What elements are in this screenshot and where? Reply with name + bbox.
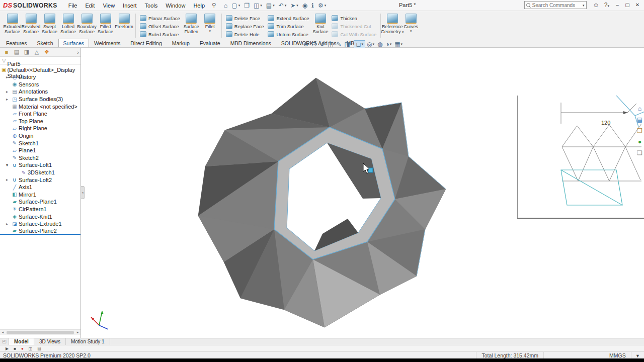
reference-geometry-button[interactable]: Reference Geometry ▾ [383, 12, 401, 39]
knit-surface-button[interactable]: Knit Surface [311, 12, 330, 39]
maximize-button[interactable]: ▢ [623, 1, 632, 9]
dropdown-arrow-icon[interactable]: ▾ [325, 4, 327, 8]
menu-item[interactable]: Insert [119, 1, 141, 10]
ribbon-large-button[interactable]: Filled Surface [96, 12, 115, 39]
tree-item[interactable]: Surface-Extrude1 [0, 220, 80, 228]
ribbon-small-button[interactable]: Untrim Surface [266, 30, 311, 38]
bottom-tab[interactable]: Model [9, 338, 34, 345]
curves-button[interactable]: Curves ▾ [401, 12, 420, 39]
tree-item[interactable]: Plane1 [0, 147, 80, 154]
ribbon-tab[interactable]: MBD Dimensions [225, 39, 276, 47]
zoom-area-button[interactable]: ⊡ ▾ [310, 40, 318, 48]
options-button[interactable]: ⚙ ▾ [316, 1, 328, 10]
scroll-left-icon[interactable]: ◂ [0, 330, 6, 334]
play-button[interactable]: ▶ [3, 346, 11, 351]
search-dropdown-icon[interactable]: ▾ [583, 4, 585, 7]
ribbon-small-button[interactable]: Trim Surface [266, 22, 311, 30]
ribbon-small-button[interactable]: Delete Face [224, 14, 266, 22]
ribbon-small-button[interactable]: Ruled Surface [138, 30, 182, 38]
ribbon-small-button[interactable]: Offset Surface [138, 22, 182, 30]
taskpane-custom-properties-button[interactable]: ❏ [637, 147, 642, 158]
edit-appearance-button[interactable]: ◍ ▾ [376, 40, 384, 48]
dropdown-arrow-icon[interactable]: ▾ [273, 4, 275, 8]
animation-properties-button[interactable]: ▤ [35, 346, 44, 351]
new-document-button[interactable]: ▢ ▾ [229, 1, 242, 10]
dropdown-arrow-icon[interactable]: ▾ [390, 42, 392, 46]
display-style-button[interactable]: ◻ ▾ [354, 40, 365, 48]
expand-arrow-icon[interactable] [6, 177, 11, 182]
tree-item[interactable]: Origin [0, 132, 80, 140]
expand-arrow-icon[interactable] [6, 89, 11, 94]
dropdown-arrow-icon[interactable]: ▾ [238, 4, 240, 8]
dropdown-arrow-icon[interactable]: ▾ [351, 42, 353, 46]
dropdown-arrow-icon[interactable]: ▾ [260, 4, 262, 8]
zoom-fit-button[interactable]: ⊕ ▾ [302, 40, 310, 48]
filter-icon[interactable]: ▽ [2, 58, 6, 63]
ribbon-large-button[interactable]: Freeform [115, 12, 133, 39]
dropdown-arrow-icon[interactable]: ▾ [209, 29, 211, 33]
surface-model[interactable] [198, 78, 446, 327]
open-button[interactable]: ❐ ▾ [242, 1, 252, 10]
home-button[interactable]: ⌂ ▾ [222, 1, 229, 10]
dropdown-arrow-icon[interactable]: ▾ [296, 4, 298, 8]
print-button[interactable]: ▤ ▾ [264, 1, 277, 10]
record-button[interactable]: ● [19, 346, 26, 351]
ribbon-small-button[interactable]: Cut With Surface [330, 30, 378, 38]
status-options-arrow-icon[interactable]: ▾ [631, 352, 644, 358]
ribbon-tab[interactable]: Weldments [89, 39, 125, 47]
taskpane-home-button[interactable]: ⌂ [638, 103, 641, 114]
tree-item[interactable]: Material <not specified> [0, 103, 80, 110]
unit-system-badge[interactable]: MMGS [604, 352, 631, 358]
save-button[interactable]: ◫ ▾ [252, 1, 264, 10]
ribbon-small-button[interactable]: Extend Surface [266, 14, 311, 22]
tree-item[interactable]: Axis1 [0, 184, 80, 191]
panel-expand-chevron-icon[interactable]: › [77, 49, 79, 55]
tree-item[interactable]: Top Plane [0, 118, 80, 125]
expand-arrow-icon[interactable] [6, 222, 11, 226]
search-input[interactable] [532, 3, 583, 8]
propertymanager-tab-icon[interactable]: ▤ [12, 49, 22, 55]
pin-icon[interactable]: ⚲ [212, 2, 216, 9]
tree-item[interactable]: Surface-Plane1 [0, 198, 80, 206]
ribbon-small-button[interactable]: Planar Surface [138, 14, 182, 22]
ribbon-tab[interactable]: Evaluate [195, 39, 225, 47]
tree-item[interactable]: Mirror1 [0, 191, 80, 199]
taskpane-file-explorer-button[interactable]: ❐ [637, 125, 642, 136]
hide-show-items-button[interactable]: ◎ ▾ [365, 40, 376, 48]
ribbon-small-button[interactable]: Delete Hole [224, 30, 266, 38]
expand-arrow-icon[interactable] [6, 163, 11, 167]
tree-item[interactable]: CirPattern1 [0, 206, 80, 213]
reference-drawing-panel[interactable]: 120 [517, 96, 644, 219]
ribbon-small-button[interactable]: Replace Face [224, 22, 266, 30]
tree-item[interactable]: Surface-Plane2 [0, 227, 80, 235]
dropdown-arrow-icon[interactable]: ▾ [401, 42, 403, 46]
pane-split-icon[interactable]: ◰ [0, 338, 9, 345]
tree-item[interactable]: Surface-Loft1 [0, 161, 80, 169]
tree-item[interactable]: 3DSketch1 [0, 169, 80, 176]
surface-flatten-button[interactable]: Surface Flatten [182, 12, 201, 39]
tree-item[interactable]: Surface-Knit1 [0, 213, 80, 220]
menu-item[interactable]: Tools [141, 1, 162, 10]
dropdown-arrow-icon[interactable]: ▾ [285, 4, 287, 8]
tree-item[interactable]: Sketch2 [0, 154, 80, 162]
bottom-tab[interactable]: Motion Study 1 [66, 338, 110, 345]
apply-scene-button[interactable]: ◑ ▾ [384, 40, 393, 48]
expand-arrow-icon[interactable] [6, 75, 11, 79]
view-settings-button[interactable]: ▦ ▾ [393, 40, 404, 48]
ribbon-small-button[interactable]: Thickened Cut [330, 22, 378, 30]
fillet-button[interactable]: Fillet ▾ [201, 12, 219, 39]
close-button[interactable]: ✕ [633, 1, 642, 9]
view-orientation-button[interactable]: ◨ ▾ [343, 40, 354, 48]
ribbon-tab[interactable]: Features [1, 39, 32, 47]
dropdown-arrow-icon[interactable]: ▾ [410, 29, 412, 33]
menu-item[interactable]: File [64, 1, 82, 10]
tree-horizontal-scrollbar[interactable]: ◂ ▸ [0, 329, 80, 335]
rebuild-button[interactable]: ◉ ▾ [300, 1, 309, 10]
configurationmanager-tab-icon[interactable]: ◨ [22, 49, 32, 55]
tree-item[interactable]: Surface-Loft2 [0, 176, 80, 184]
tree-item[interactable]: Surface Bodies(3) [0, 96, 80, 103]
file-properties-button[interactable]: ℹ ▾ [309, 1, 316, 10]
tree-root-item[interactable]: ▣ Part5 (Default<<Default>_Display State… [0, 66, 80, 73]
ribbon-large-button[interactable]: Lofted Surface [59, 12, 77, 39]
dropdown-arrow-icon[interactable]: ▾ [372, 42, 374, 46]
